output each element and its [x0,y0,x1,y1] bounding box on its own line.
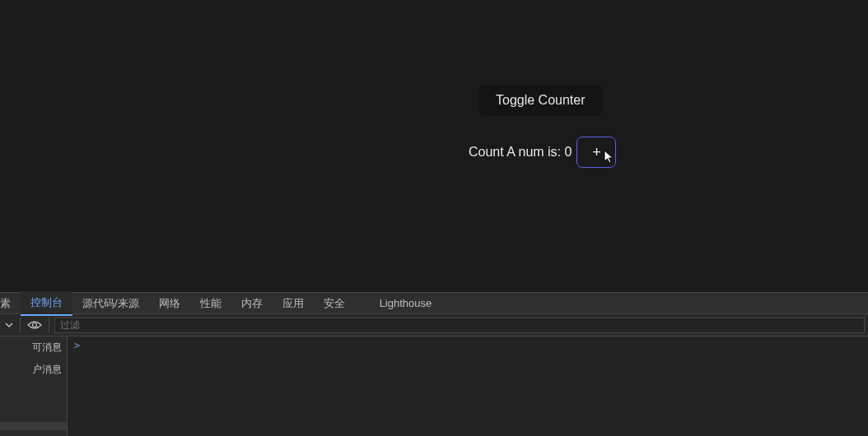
console-sidebar: 可消息 户消息 [0,336,68,436]
toolbar-divider [49,318,49,332]
tab-console[interactable]: 控制台 [21,291,72,316]
counter-row: Count A num is: 0 + [469,137,616,168]
toggle-counter-button[interactable]: Toggle Counter [479,85,602,116]
eye-icon[interactable] [26,318,44,332]
tab-application[interactable]: 应用 [273,292,314,315]
sidebar-item-messages-2[interactable]: 户消息 [0,359,67,381]
console-prompt-icon: > [74,340,80,351]
tab-network[interactable]: 网络 [149,292,190,315]
toolbar-divider [20,318,21,332]
tab-lighthouse[interactable]: Lighthouse [370,293,442,313]
tab-memory[interactable]: 内存 [231,292,273,315]
tab-elements[interactable]: 素 [0,292,21,315]
sidebar-item-messages-1[interactable]: 可消息 [0,336,67,359]
devtools-panel: 素 控制台 源代码/来源 网络 性能 内存 应用 安全 Lighthouse 可… [0,292,868,436]
tab-sources[interactable]: 源代码/来源 [72,292,149,315]
counter-text: Count A num is: 0 [469,145,572,160]
context-dropdown[interactable] [3,318,15,332]
svg-point-0 [33,323,37,327]
tab-security[interactable]: 安全 [314,292,355,315]
sidebar-item-selected[interactable] [0,422,67,430]
console-output[interactable]: > [68,336,868,436]
tab-performance[interactable]: 性能 [190,292,231,315]
devtools-toolbar [0,314,868,336]
devtools-tabs: 素 控制台 源代码/来源 网络 性能 内存 应用 安全 Lighthouse [0,293,868,314]
devtools-body: 可消息 户消息 > [0,336,868,436]
app-viewport: Toggle Counter Count A num is: 0 + [0,0,868,292]
increment-button[interactable]: + [576,137,616,168]
filter-input[interactable] [54,318,865,333]
